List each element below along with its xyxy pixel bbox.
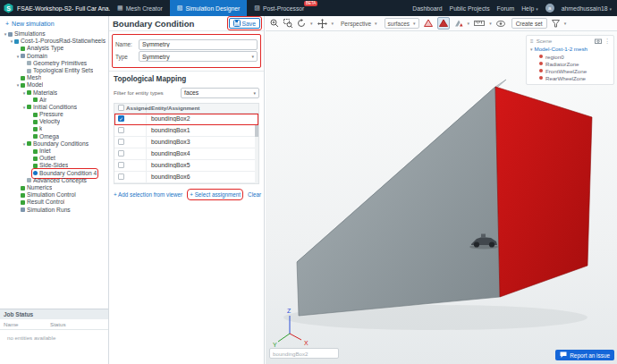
tree-item-boundary-conditions[interactable]: ▾Boundary Conditions: [0, 140, 108, 148]
avatar[interactable]: a: [545, 4, 554, 13]
tree-item-analysis-type[interactable]: Analysis Type: [0, 45, 108, 52]
simscale-logo-icon[interactable]: S: [4, 4, 13, 13]
navbar-links: Dashboard Public Projects Forum Help▾ a …: [412, 4, 617, 13]
tree-item-mesh[interactable]: Mesh: [0, 74, 108, 81]
tree-item-materials[interactable]: ▾Materials: [0, 89, 108, 97]
tab-post-processor[interactable]: ▨ Post-Processor BETA: [247, 0, 318, 16]
view-options-caret[interactable]: ▾: [310, 21, 313, 26]
pan-icon[interactable]: [317, 19, 327, 29]
select-faces-icon[interactable]: [437, 17, 450, 30]
more-options-icon[interactable]: ⋮: [604, 38, 610, 44]
hide-faces-icon[interactable]: [454, 19, 463, 28]
name-input[interactable]: [139, 39, 258, 50]
highlight-faces-icon[interactable]: [424, 19, 433, 28]
type-select[interactable]: Symmetry ▾: [139, 51, 258, 62]
tree-item-label: Advanced Concepts: [33, 177, 87, 184]
box-side-face[interactable]: [297, 87, 500, 316]
nav-link-dashboard[interactable]: Dashboard: [412, 5, 442, 12]
tree-item-air[interactable]: Air: [0, 97, 108, 104]
job-col-name: Name: [4, 321, 50, 327]
green-node-icon: [21, 200, 25, 205]
snapshot-icon[interactable]: [595, 38, 602, 44]
tab-simulation-designer[interactable]: ▧ Simulation Designer: [170, 0, 247, 16]
filter-icon[interactable]: [552, 20, 560, 28]
scene-item-rearwheelzone[interactable]: RearWheelZone: [527, 74, 613, 81]
assignment-row-boundingbox3[interactable]: boundingBox3: [114, 137, 258, 148]
assignment-checkbox[interactable]: [118, 150, 124, 157]
scene-item-region0[interactable]: region0: [527, 53, 613, 60]
select-assignment-button[interactable]: + Select assignment: [190, 191, 241, 198]
render-mode-value: surfaces: [388, 21, 410, 27]
zoom-in-icon[interactable]: [270, 19, 279, 28]
user-menu[interactable]: ahmedhussain18▾: [562, 5, 612, 12]
tree-item-domain[interactable]: ▾Domain: [0, 53, 108, 60]
scene-item-radiatorzone[interactable]: RadiatorZone: [527, 60, 613, 67]
tree-item-simulations[interactable]: ▾Simulations: [0, 30, 108, 38]
tree-item-boundary-condition-4[interactable]: Boundary Condition 4: [0, 170, 108, 177]
visibility-icon[interactable]: [496, 21, 505, 27]
filter-options-caret[interactable]: ▾: [564, 21, 567, 26]
render-mode-select[interactable]: surfaces ▾: [385, 18, 419, 29]
report-issue-button[interactable]: Report an issue: [555, 350, 614, 360]
assignment-checkbox[interactable]: ✓: [118, 115, 124, 122]
pan-options-caret[interactable]: ▾: [332, 21, 334, 26]
tree-item-outlet[interactable]: Outlet: [0, 155, 108, 162]
assignment-checkbox[interactable]: [118, 162, 124, 168]
scene-item-frontwheelzone[interactable]: FrontWheelZone: [527, 67, 613, 74]
assignment-row-boundingbox6[interactable]: boundingBox6: [114, 172, 258, 183]
assignment-row-boundingbox2[interactable]: ✓boundingBox2: [114, 114, 258, 125]
assignment-row-boundingbox4[interactable]: boundingBox4: [114, 148, 258, 160]
add-selection-from-viewer-button[interactable]: + Add selection from viewer: [114, 191, 182, 198]
assignment-row-boundingbox1[interactable]: boundingBox1: [114, 125, 258, 137]
entity-type-select[interactable]: faces ▾: [181, 88, 259, 98]
entity-name: boundingBox3: [147, 139, 258, 145]
assignment-checkbox[interactable]: [118, 174, 124, 180]
scene-mesh-item[interactable]: ▾ Model-Cost-1-2 mesh: [527, 45, 613, 53]
simscale-workbench: S FSAE-Workshop-S2- Full Car Ana... ▦ Me…: [0, 0, 617, 364]
tree-item-simulation-control[interactable]: Simulation Control: [0, 191, 108, 199]
tab-mesh-creator[interactable]: ▦ Mesh Creator: [110, 0, 170, 16]
nav-link-help[interactable]: Help▾: [521, 5, 538, 12]
viewport-3d[interactable]: Z Y X ≡ Scene ⋮ ▾ Model-Cost-1-2 mesh re: [266, 31, 617, 364]
tree-item-initial-conditions[interactable]: ▾Initial Conditions: [0, 104, 108, 111]
assignment-row-boundingbox5[interactable]: boundingBox5: [114, 160, 258, 172]
tree-item-model[interactable]: ▾Model: [0, 81, 108, 89]
tree-item-numerics[interactable]: Numerics: [0, 184, 108, 191]
new-simulation-button[interactable]: + New simulation: [0, 16, 108, 30]
tree-item-velocity[interactable]: Velocity: [0, 118, 108, 125]
create-set-button[interactable]: Create set: [511, 18, 547, 29]
tree-item-advanced-concepts[interactable]: Advanced Concepts: [0, 177, 108, 184]
viewer-entity-filter-input[interactable]: [269, 348, 339, 359]
tree-item-label: k: [39, 125, 42, 132]
reset-view-icon[interactable]: [297, 19, 306, 28]
select-all-checkbox[interactable]: [118, 105, 124, 111]
tree-item-k[interactable]: k: [0, 125, 108, 132]
green-node-icon: [21, 193, 25, 198]
tree-item-omega[interactable]: Omega: [0, 133, 108, 140]
selection-options-caret[interactable]: ▾: [468, 21, 470, 26]
clear-button[interactable]: Clear: [248, 191, 261, 198]
tree-item-cost-1-porousrad-staticwheels[interactable]: ▾Cost-1-PorousRad-Staticwheels: [0, 38, 108, 45]
symmetry-face-selected[interactable]: [495, 87, 592, 297]
projection-select[interactable]: Perspective ▾: [338, 18, 379, 29]
chevron-down-icon: ▾: [413, 21, 416, 26]
tree-item-geometry-primitives[interactable]: Geometry Primitives: [0, 60, 108, 67]
tree-item-result-control[interactable]: Result Control: [0, 199, 108, 206]
ruler-icon[interactable]: [474, 20, 485, 27]
green-node-icon: [33, 113, 38, 117]
measure-options-caret[interactable]: ▾: [489, 21, 492, 26]
tree-item-pressure[interactable]: Pressure: [0, 111, 108, 118]
nav-link-forum[interactable]: Forum: [497, 5, 515, 12]
tree-item-topological-entity-sets[interactable]: Topological Entity Sets: [0, 67, 108, 74]
save-button[interactable]: Save: [229, 18, 261, 29]
zoom-window-icon[interactable]: [283, 19, 292, 28]
assignment-checkbox[interactable]: [118, 127, 124, 133]
assignment-checkbox[interactable]: [118, 139, 124, 145]
tree-item-side-sides[interactable]: Side-Sides: [0, 162, 108, 169]
zone-color-dot: [539, 69, 543, 72]
zone-color-dot: [539, 76, 543, 80]
tree-item-inlet[interactable]: Inlet: [0, 148, 108, 155]
tree-item-simulation-runs[interactable]: Simulation Runs: [0, 207, 108, 214]
green-node-icon: [21, 47, 25, 51]
nav-link-public-projects[interactable]: Public Projects: [450, 5, 490, 12]
